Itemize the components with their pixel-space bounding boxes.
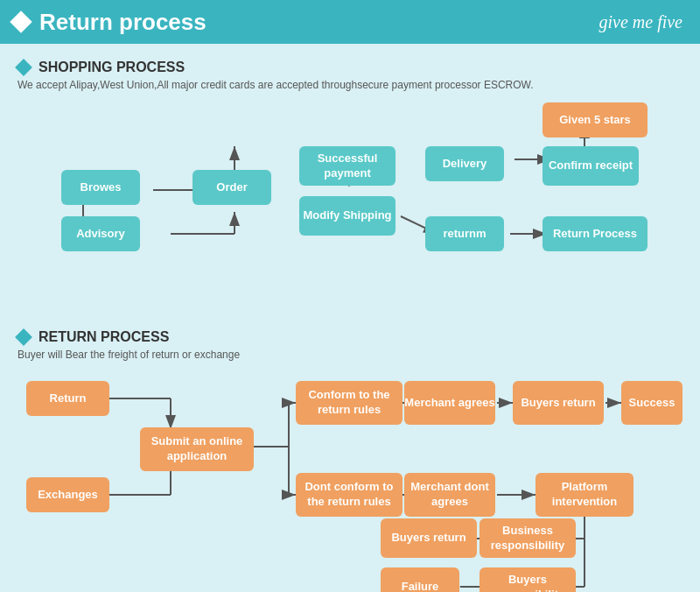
return-box: Return (26, 381, 109, 416)
merchant-agrees-box: Merchant agrees (404, 381, 495, 425)
platform-intervention-box: Platform intervention (536, 473, 634, 517)
business-responsibility-box: Business responsibility (480, 518, 576, 558)
return-flow: Return Exchanges Submit an online applic… (18, 368, 682, 592)
header-logo: give me five (599, 12, 683, 32)
dont-conform-box: Dont conform to the return rules (296, 473, 402, 517)
conform-return-box: Conform to the return rules (296, 381, 402, 425)
return-description: Buyer will Bear the freight of return or… (18, 349, 682, 361)
buyers-return1-box: Buyers return (513, 381, 604, 425)
successful-payment-box: Successful payment (299, 146, 396, 186)
failure-box: Failure (381, 567, 459, 592)
return-title: RETURN PROCESS (38, 329, 169, 345)
return-process-box: Return Process (542, 216, 648, 251)
content-area: SHOPPING PROCESS We accept Alipay,West U… (0, 44, 700, 592)
buyers-responsibility-box: Buyers responsibility (480, 567, 576, 592)
order-box: Order (192, 170, 271, 205)
header-diamond-icon (10, 11, 32, 32)
returnm-box: returnm (425, 216, 504, 251)
modify-shipping-box: Modify Shipping (299, 196, 396, 236)
merchant-dont-box: Merchant dont agrees (404, 473, 495, 517)
header: Return process give me five (0, 0, 700, 44)
confirm-receipt-box: Confirm receipt (542, 146, 639, 186)
header-title: Return process (39, 9, 206, 36)
return-section-header: RETURN PROCESS (18, 329, 682, 345)
browes-box: Browes (61, 170, 140, 205)
shopping-diamond-icon (15, 59, 32, 76)
buyers-return2-box: Buyers return (381, 518, 477, 558)
given-5-stars-box: Given 5 stars (542, 102, 648, 137)
shopping-section-header: SHOPPING PROCESS (18, 60, 682, 75)
success-box: Success (621, 381, 682, 425)
exchanges-box: Exchanges (26, 477, 109, 512)
delivery-box: Delivery (425, 146, 504, 181)
advisory-box: Advisory (61, 216, 140, 251)
return-diamond-icon (15, 328, 32, 346)
submit-online-box: Submit an online application (140, 427, 254, 471)
shopping-flow: Given 5 stars Browes Successful payment … (18, 98, 682, 326)
shopping-description: We accept Alipay,West Union,All major cr… (18, 79, 682, 91)
shopping-title: SHOPPING PROCESS (38, 60, 185, 75)
